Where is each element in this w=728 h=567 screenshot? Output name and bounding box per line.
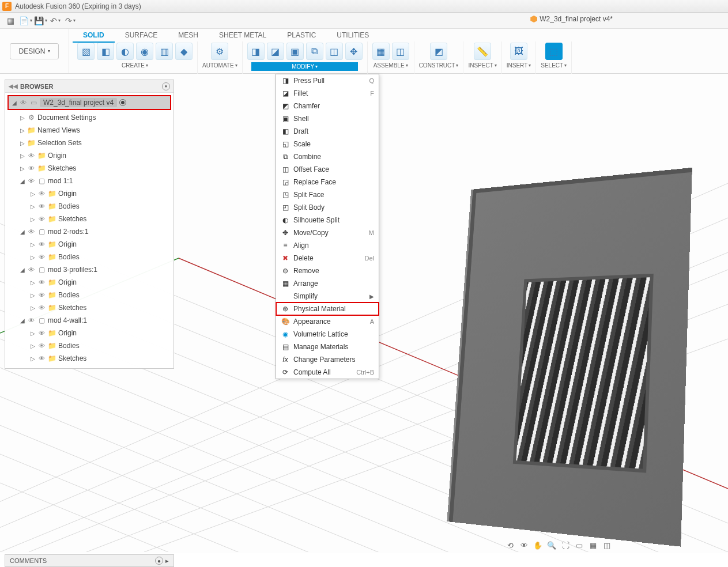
orbit-icon[interactable]: ⟲	[504, 539, 516, 551]
tree-mod2[interactable]: ◢👁▢mod 2-rods:1	[6, 225, 172, 238]
tree-mod2-bodies[interactable]: ▷👁📁Bodies	[6, 251, 172, 263]
tree-mod1-origin[interactable]: ▷👁📁Origin	[6, 187, 172, 200]
workspace-switcher[interactable]: DESIGN	[0, 29, 69, 73]
menu-manage-materials[interactable]: ▤Manage Materials	[276, 341, 379, 353]
tree-root[interactable]: ◢ 👁 ▭ W2_3d_final project v4	[9, 96, 170, 109]
menu-appearance[interactable]: 🎨AppearanceA	[276, 315, 379, 328]
redo-icon[interactable]: ↷	[63, 14, 77, 27]
tree-named-views[interactable]: ▷📁Named Views	[6, 124, 172, 137]
tree-selection-sets[interactable]: ▷📁Selection Sets	[6, 137, 172, 149]
tree-mod4[interactable]: ◢👁▢mod 4-wall:1	[6, 314, 172, 327]
extrude-icon[interactable]: ◧	[97, 43, 114, 60]
comments-panel[interactable]: COMMENTS ● ▸	[5, 554, 174, 567]
construct-icon[interactable]: ◩	[430, 43, 447, 60]
radio-icon[interactable]	[119, 99, 126, 106]
tree-mod3-origin[interactable]: ▷👁📁Origin	[6, 276, 172, 289]
tab-sheet-metal[interactable]: SHEET METAL	[209, 29, 277, 43]
tree-mod3-bodies[interactable]: ▷👁📁Bodies	[6, 289, 172, 301]
tree-origin[interactable]: ▷👁📁Origin	[6, 149, 172, 162]
tree-mod2-origin[interactable]: ▷👁📁Origin	[6, 238, 172, 251]
tab-plastic[interactable]: PLASTIC	[277, 29, 326, 43]
menu-align[interactable]: ≡Align	[276, 239, 379, 252]
inspect-label[interactable]: INSPECT	[468, 62, 496, 69]
tree-mod1[interactable]: ◢👁▢mod 1:1	[6, 175, 172, 187]
modify-label[interactable]: MODIFY	[251, 62, 358, 71]
create-label[interactable]: CREATE	[122, 62, 148, 69]
tree-mod1-sketches[interactable]: ▷👁📁Sketches	[6, 213, 172, 225]
pan-icon[interactable]: ✋	[532, 539, 544, 551]
menu-fillet[interactable]: ◪FilletF	[276, 87, 379, 100]
menu-remove[interactable]: ⊖Remove	[276, 264, 379, 277]
menu-compute-all[interactable]: ⟳Compute AllCtrl+B	[276, 366, 379, 379]
browser-header[interactable]: ◀◀ BROWSER ●	[5, 80, 173, 93]
menu-scale[interactable]: ◱Scale	[276, 138, 379, 150]
comments-expand-icon[interactable]: ▸	[165, 557, 169, 565]
automate-label[interactable]: AUTOMATE	[202, 62, 237, 69]
fit-icon[interactable]: ⛶	[560, 539, 571, 551]
fillet-icon[interactable]: ◪	[267, 43, 284, 60]
tab-utilities[interactable]: UTILITIES	[326, 29, 379, 43]
move-icon[interactable]: ✥	[345, 43, 363, 60]
tab-mesh[interactable]: MESH	[168, 29, 209, 43]
menu-volumetric-lattice[interactable]: ◉Volumetric Lattice	[276, 328, 379, 341]
assemble-label[interactable]: ASSEMBLE	[374, 62, 408, 69]
menu-delete[interactable]: ✖DeleteDel	[276, 252, 379, 264]
viewport-icon[interactable]: ◫	[601, 539, 613, 551]
press-pull-icon[interactable]: ◨	[247, 43, 265, 60]
tab-surface[interactable]: SURFACE	[115, 29, 168, 43]
menu-arrange[interactable]: ▦Arrange	[276, 277, 379, 290]
menu-replace-face[interactable]: ◲Replace Face	[276, 176, 379, 188]
tab-solid[interactable]: SOLID	[73, 29, 115, 43]
collapse-left-icon[interactable]: ◀◀	[9, 83, 18, 89]
menu-offset-face[interactable]: ◫Offset Face	[276, 163, 379, 176]
assemble-icon[interactable]: ▦	[372, 43, 390, 60]
insert-icon[interactable]: 🖼	[510, 43, 527, 60]
file-menu-icon[interactable]: 📄	[18, 14, 32, 27]
primitive-icon[interactable]: ◆	[175, 43, 193, 60]
document-tab[interactable]: W2_3d_final project v4*	[530, 15, 613, 23]
automate-icon[interactable]: ⚙	[211, 43, 228, 60]
tree-mod4-origin[interactable]: ▷👁📁Origin	[6, 327, 172, 339]
menu-change-parameters[interactable]: fxChange Parameters	[276, 353, 379, 366]
look-icon[interactable]: 👁	[518, 539, 530, 551]
menu-draft[interactable]: ◧Draft	[276, 125, 379, 138]
display-icon[interactable]: ▭	[574, 539, 585, 551]
menu-press-pull[interactable]: ◨Press PullQ	[276, 74, 379, 87]
menu-physical-material[interactable]: ⊛Physical Material	[276, 303, 379, 315]
tree-mod3[interactable]: ◢👁▢mod 3-profiles:1	[6, 263, 172, 276]
menu-combine[interactable]: ⧉Combine	[276, 150, 379, 163]
tree-mod3-sketches[interactable]: ▷👁📁Sketches	[6, 301, 172, 314]
menu-simplify[interactable]: Simplify▶	[276, 290, 379, 303]
select-label[interactable]: SELECT	[541, 62, 567, 69]
construct-label[interactable]: CONSTRUCT	[419, 62, 459, 69]
tree-mod4-sketches[interactable]: ▷👁📁Sketches	[6, 352, 172, 365]
loft-icon[interactable]: ▥	[156, 43, 173, 60]
combine-icon[interactable]: ⧉	[306, 43, 323, 60]
collapse-icon[interactable]: ●	[162, 82, 170, 90]
comments-toggle-icon[interactable]: ●	[155, 557, 163, 565]
tree-sketches[interactable]: ▷👁📁Sketches	[6, 162, 172, 175]
tree-mod1-bodies[interactable]: ▷👁📁Bodies	[6, 200, 172, 213]
select-icon[interactable]: ⬚	[545, 43, 563, 60]
joint-icon[interactable]: ◫	[392, 43, 409, 60]
menu-chamfer[interactable]: ◩Chamfer	[276, 100, 379, 112]
menu-split-body[interactable]: ◰Split Body	[276, 201, 379, 214]
menu-move-copy[interactable]: ✥Move/CopyM	[276, 226, 379, 239]
tree-doc-settings[interactable]: ▷⚙Document Settings	[6, 111, 172, 124]
shell-icon[interactable]: ▣	[286, 43, 304, 60]
insert-label[interactable]: INSERT	[507, 62, 531, 69]
split-icon[interactable]: ◫	[326, 43, 343, 60]
tree-mod4-bodies[interactable]: ▷👁📁Bodies	[6, 339, 172, 352]
revolve-icon[interactable]: ◐	[116, 43, 134, 60]
save-icon[interactable]: 💾	[33, 14, 47, 27]
menu-split-face[interactable]: ◳Split Face	[276, 188, 379, 201]
zoom-icon[interactable]: 🔍	[546, 539, 557, 551]
menu-silhouette-split[interactable]: ◐Silhouette Split	[276, 214, 379, 226]
inspect-icon[interactable]: 📏	[474, 43, 491, 60]
sketch-icon[interactable]: ▧	[77, 43, 95, 60]
menu-shell[interactable]: ▣Shell	[276, 112, 379, 125]
grid-settings-icon[interactable]: ▦	[587, 539, 599, 551]
grid-apps-icon[interactable]: ▦	[3, 14, 17, 27]
eye-icon[interactable]: 👁	[18, 99, 28, 106]
twisty-icon[interactable]: ◢	[11, 100, 18, 106]
